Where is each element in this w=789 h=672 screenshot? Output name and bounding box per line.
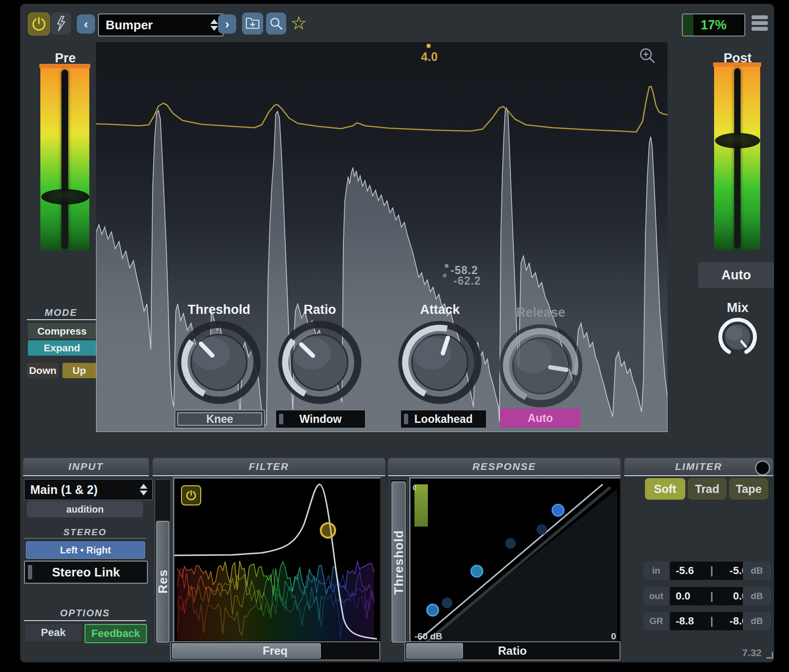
response-max-label: 0 bbox=[611, 631, 616, 642]
resize-corner-icon[interactable] bbox=[766, 652, 773, 659]
audition-button[interactable]: audition bbox=[27, 501, 143, 517]
out-row-unit: dB bbox=[743, 587, 771, 605]
lookahead-button[interactable]: Lookahead bbox=[400, 409, 487, 429]
threshold-knob[interactable] bbox=[173, 317, 265, 408]
threshold-knob-label: Threshold bbox=[176, 302, 262, 317]
up-mode-button[interactable]: Up bbox=[62, 363, 96, 378]
freq-slider[interactable]: Freq bbox=[170, 641, 380, 660]
limiter-indicator[interactable] bbox=[755, 460, 770, 476]
limiter-tape-button[interactable]: Tape bbox=[729, 478, 768, 500]
favorite-star-button[interactable]: ☆ bbox=[289, 12, 308, 34]
in-row-label: in bbox=[643, 562, 669, 580]
response-graph[interactable]: 0 -60 dB 0 bbox=[409, 477, 621, 646]
mode-underline bbox=[27, 319, 96, 320]
response-node bbox=[442, 598, 452, 608]
response-node bbox=[536, 524, 547, 535]
in-row-values: -5.6 | -5.6 bbox=[670, 562, 753, 580]
post-auto-button[interactable]: Auto bbox=[698, 262, 774, 288]
mix-knob[interactable] bbox=[714, 313, 762, 361]
knee-button[interactable]: Knee bbox=[174, 409, 265, 429]
feedback-option-button[interactable]: Feedback bbox=[85, 624, 147, 643]
envelope-handle-dot[interactable] bbox=[426, 44, 431, 48]
search-preset-button[interactable] bbox=[266, 12, 286, 35]
limiter-trad-button[interactable]: Trad bbox=[688, 478, 727, 500]
post-meter-track bbox=[734, 68, 740, 249]
out-row-values: 0.0 | 0.0 bbox=[670, 587, 753, 605]
response-threshold-handle[interactable]: Threshold bbox=[391, 481, 406, 643]
response-curve-graph bbox=[411, 479, 617, 642]
stereo-link-button[interactable]: Stereo Link bbox=[24, 561, 148, 584]
filter-power-icon bbox=[186, 490, 196, 501]
window-button[interactable]: Window bbox=[275, 409, 366, 429]
response-top-label: 0 bbox=[413, 483, 416, 492]
input-header-underline bbox=[23, 475, 149, 476]
stereo-mode-button[interactable]: Left • Right bbox=[26, 541, 145, 559]
filter-display[interactable] bbox=[173, 477, 381, 646]
hamburger-icon bbox=[752, 15, 768, 31]
preset-next-button[interactable]: › bbox=[218, 14, 236, 34]
pre-meter-cap bbox=[39, 64, 90, 68]
preset-name: Bumper bbox=[106, 18, 153, 33]
lookahead-slider-handle[interactable] bbox=[404, 414, 408, 424]
post-meter[interactable] bbox=[714, 67, 760, 250]
lightning-icon bbox=[55, 15, 67, 32]
post-meter-cap bbox=[713, 62, 761, 67]
window-slider-handle[interactable] bbox=[279, 414, 283, 424]
app-background: ‹ Bumper › ☆ 17% Pre bbox=[20, 4, 774, 662]
attack-knob-label: Attack bbox=[401, 302, 478, 317]
response-panel-header: RESPONSE bbox=[388, 458, 620, 475]
peak-option-button[interactable]: Peak bbox=[25, 624, 82, 641]
response-header-underline bbox=[388, 475, 620, 476]
release-auto-button[interactable]: Auto bbox=[500, 408, 581, 428]
filter-power-button[interactable] bbox=[181, 485, 201, 505]
gr-row-label: GR bbox=[643, 612, 669, 630]
filter-handle bbox=[321, 523, 335, 538]
save-preset-button[interactable] bbox=[242, 12, 263, 35]
zoom-in-icon bbox=[639, 47, 656, 64]
preset-selector[interactable]: Bumper bbox=[98, 13, 224, 36]
zoom-button[interactable] bbox=[639, 47, 658, 66]
limiter-soft-button[interactable]: Soft bbox=[645, 478, 685, 500]
mix-knob-graphic bbox=[714, 313, 762, 361]
release-auto-label: Auto bbox=[528, 412, 553, 425]
pre-meter-thumb[interactable] bbox=[41, 189, 89, 204]
preset-arrows-icon bbox=[210, 19, 218, 31]
power-button[interactable] bbox=[28, 12, 50, 36]
menu-button[interactable] bbox=[752, 13, 768, 35]
ratio-knob-label: Ratio bbox=[281, 302, 358, 317]
ratio-knob[interactable] bbox=[274, 317, 365, 408]
envelope-value: 4.0 bbox=[415, 50, 444, 64]
spectrum-graph bbox=[174, 479, 377, 642]
folder-plus-icon bbox=[245, 17, 260, 30]
cpu-meter: 17% bbox=[682, 13, 745, 36]
response-node bbox=[552, 504, 564, 516]
search-icon bbox=[269, 17, 283, 30]
response-node bbox=[427, 604, 438, 616]
preset-prev-button[interactable]: ‹ bbox=[77, 14, 95, 34]
ratio-slider[interactable]: Ratio bbox=[404, 641, 620, 660]
stereo-link-handle[interactable] bbox=[28, 565, 32, 579]
limiter-panel-header: LIMITER bbox=[624, 458, 773, 475]
filter-header-underline bbox=[153, 475, 385, 476]
gain-envelope-line bbox=[96, 86, 668, 132]
expand-mode-button[interactable]: Expand bbox=[28, 340, 96, 356]
res-slider-label: Res bbox=[156, 569, 170, 594]
chevron-left-icon: ‹ bbox=[84, 18, 88, 30]
freq-slider-label: Freq bbox=[171, 642, 379, 660]
compress-mode-button[interactable]: Compress bbox=[28, 323, 96, 339]
down-mode-button[interactable]: Down bbox=[27, 363, 59, 378]
res-slider[interactable]: Res bbox=[155, 479, 171, 644]
post-meter-thumb[interactable] bbox=[715, 133, 760, 148]
bypass-bolt-button[interactable] bbox=[51, 12, 71, 35]
gr-row-unit: dB bbox=[743, 612, 771, 630]
response-node bbox=[505, 538, 516, 549]
res-slider-handle[interactable]: Res bbox=[156, 521, 170, 643]
pre-meter[interactable] bbox=[40, 68, 89, 251]
attack-knob[interactable] bbox=[394, 317, 486, 408]
input-source-select[interactable]: Main (1 & 2) bbox=[24, 479, 153, 500]
release-knob[interactable] bbox=[495, 320, 586, 411]
cpu-percent: 17% bbox=[683, 14, 744, 36]
response-threshold-slider[interactable]: Threshold bbox=[390, 479, 407, 644]
input-panel-header: INPUT bbox=[23, 458, 149, 475]
response-threshold-label: Threshold bbox=[391, 530, 406, 595]
